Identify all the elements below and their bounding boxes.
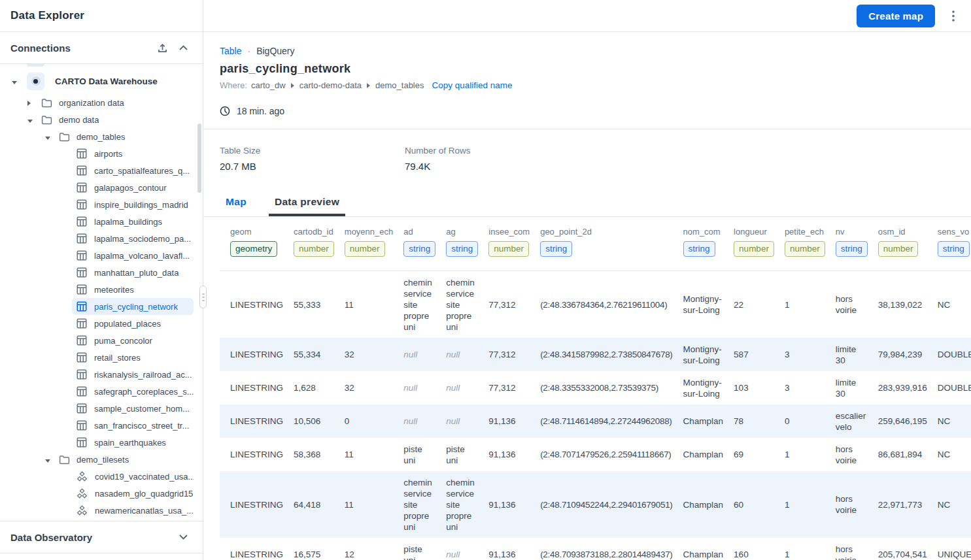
kebab-menu-icon bbox=[952, 10, 955, 22]
table-title: paris_cycling_network bbox=[220, 62, 971, 76]
more-options-button[interactable] bbox=[940, 3, 966, 29]
tab-map[interactable]: Map bbox=[220, 196, 252, 216]
copy-qualified-name-link[interactable]: Copy qualified name bbox=[432, 80, 513, 90]
cell-longueur: 60 bbox=[723, 471, 774, 538]
collapse-connections-button[interactable] bbox=[173, 37, 194, 58]
cell-longueur: 22 bbox=[723, 271, 774, 338]
cell-cartodb_id: 55,333 bbox=[283, 271, 334, 338]
tree-item-carto-spatialfeatures-q[interactable]: carto_spatialfeatures_q... bbox=[72, 162, 194, 179]
table-icon-wrap bbox=[77, 420, 87, 431]
table-icon-wrap bbox=[77, 369, 87, 380]
tree-item-demo-tables[interactable]: demo_tables bbox=[0, 128, 203, 145]
tree-item-label: demo data bbox=[59, 115, 99, 125]
import-data-button[interactable] bbox=[152, 37, 173, 58]
tree-item-CARTO-Data-Warehouse[interactable]: CARTO Data Warehouse bbox=[0, 71, 203, 91]
cell-geo_point_2d: (2:48.336784364,2.76219611004) bbox=[530, 271, 672, 338]
data-preview-table: geomgeometrycartodb_idnumbermoyenn_echnu… bbox=[220, 217, 971, 560]
column-type-chip: number bbox=[488, 241, 529, 257]
column-type-chip: string bbox=[540, 241, 572, 257]
tree-item-lapalma-buildings[interactable]: lapalma_buildings bbox=[72, 213, 194, 230]
tree-item-demo-tilesets[interactable]: demo_tilesets bbox=[0, 451, 203, 468]
tree-item-nasadem-glo-quadgrid15[interactable]: nasadem_glo_quadgrid15 bbox=[72, 485, 194, 502]
table-type-link[interactable]: Table bbox=[220, 46, 241, 56]
column-name: longueur bbox=[734, 226, 774, 237]
tree-item-organization-data[interactable]: organization data bbox=[0, 94, 203, 111]
table-icon-wrap bbox=[77, 199, 87, 210]
tree-item-paris-cycling-network[interactable]: paris_cycling_network bbox=[72, 298, 194, 315]
data-observatory-section[interactable]: Data Observatory bbox=[0, 521, 203, 553]
cell-sens_vo: NC bbox=[927, 404, 971, 438]
tree-item-lapalma-volcano-lavafl[interactable]: lapalma_volcano_lavafl... bbox=[72, 247, 194, 264]
collapse-arrow-icon[interactable] bbox=[45, 137, 50, 140]
column-type-chip: number bbox=[294, 241, 334, 257]
tree-item-meteorites[interactable]: meteorites bbox=[72, 281, 194, 298]
tree-item-puma-concolor[interactable]: puma_concolor bbox=[72, 332, 194, 349]
cell-insee_com: 91,136 bbox=[478, 404, 530, 438]
cell-petite_ech: 1 bbox=[774, 271, 825, 338]
tabs: Map Data preview bbox=[203, 196, 971, 216]
column-name: nom_com bbox=[683, 226, 724, 237]
table-icon bbox=[77, 352, 87, 363]
column-header-cartodb_id: cartodb_idnumber bbox=[283, 217, 334, 271]
tree-item-populated-places[interactable]: populated_places bbox=[72, 315, 194, 332]
tree-item-label: airports bbox=[94, 149, 122, 159]
cell-osm_id: 86,681,894 bbox=[868, 438, 927, 471]
tree-item-label: san_francisco_street_tr... bbox=[94, 421, 189, 431]
tree-item-covid19-vaccinated-usa[interactable]: covid19_vaccinated_usa... bbox=[72, 468, 194, 485]
column-type-chip: number bbox=[345, 241, 385, 257]
cell-osm_id: 259,646,195 bbox=[868, 404, 927, 438]
cell-ad: chemin service site propre uni bbox=[393, 471, 435, 538]
sidebar-resize-handle[interactable] bbox=[199, 286, 207, 308]
tree-item-san-francisco-street-tr[interactable]: san_francisco_street_tr... bbox=[72, 417, 194, 434]
cell-petite_ech: 0 bbox=[774, 404, 825, 438]
column-header-nv: nvstring bbox=[825, 217, 868, 271]
column-name: moyenn_ech bbox=[345, 226, 393, 237]
tree-item-sample-customer-hom[interactable]: sample_customer_hom... bbox=[72, 400, 194, 417]
tree-item-newamericanatlas-usa[interactable]: newamericanatlas_usa_... bbox=[72, 502, 194, 519]
collapse-arrow-icon[interactable] bbox=[27, 120, 33, 123]
table-icon bbox=[77, 250, 87, 261]
collapse-arrow-icon[interactable] bbox=[12, 81, 17, 84]
cell-nom_com: Montigny-sur-Loing bbox=[673, 271, 724, 338]
tree-item-label: lapalma_buildings bbox=[94, 217, 162, 227]
tree-item-spain-earthquakes[interactable]: spain_earthquakes bbox=[72, 434, 194, 451]
column-name: geo_point_2d bbox=[540, 226, 672, 237]
cell-cartodb_id: 64,418 bbox=[283, 471, 334, 538]
tree-item-safegraph-coreplaces-s[interactable]: safegraph_coreplaces_s... bbox=[72, 383, 194, 400]
cell-nv: hors voirie bbox=[825, 471, 868, 538]
cell-ad: null bbox=[393, 338, 435, 371]
cell-ad: null bbox=[393, 404, 435, 438]
sidebar-scrollbar-thumb[interactable] bbox=[197, 124, 201, 193]
type-line: Table · BigQuery bbox=[220, 46, 971, 56]
table-icon bbox=[77, 233, 87, 244]
create-map-button[interactable]: Create map bbox=[857, 5, 935, 27]
tab-data-preview[interactable]: Data preview bbox=[269, 196, 345, 216]
table-icon-wrap bbox=[77, 335, 87, 346]
table-icon bbox=[77, 165, 87, 176]
tree-item-demo-data[interactable]: demo data bbox=[0, 111, 203, 128]
cell-geom: LINESTRING bbox=[220, 538, 283, 560]
tree-item-galapagos-contour[interactable]: galapagos_contour bbox=[72, 179, 194, 196]
tree-item-inspire-buildings-madrid[interactable]: inspire_buildings_madrid bbox=[72, 196, 194, 213]
cell-ad: piste uni bbox=[393, 438, 435, 471]
column-name: ad bbox=[403, 226, 435, 237]
collapse-arrow-icon[interactable] bbox=[45, 459, 50, 463]
tree-item-riskanalysis-railroad-ac[interactable]: riskanalysis_railroad_ac... bbox=[72, 366, 194, 383]
connections-label: Connections bbox=[10, 42, 152, 54]
cell-geom: LINESTRING bbox=[220, 471, 283, 538]
expand-data-observatory-button[interactable] bbox=[173, 527, 194, 548]
table-icon-wrap bbox=[77, 233, 87, 244]
tree-item-label: lapalma_volcano_lavafl... bbox=[94, 251, 190, 261]
expand-arrow-icon[interactable] bbox=[27, 101, 31, 106]
tileset-icon-wrap bbox=[77, 488, 88, 499]
table-icon bbox=[77, 182, 87, 193]
tree-item-retail-stores[interactable]: retail_stores bbox=[72, 349, 194, 366]
tree-item-lapalma-sociodemo-pa[interactable]: lapalma_sociodemo_pa... bbox=[72, 230, 194, 247]
table-row: LINESTRING64,41811chemin service site pr… bbox=[220, 471, 971, 538]
tree-item-manhattan-pluto-data[interactable]: manhattan_pluto_data bbox=[72, 264, 194, 281]
null-value: null bbox=[446, 416, 460, 426]
tree-item-airports[interactable]: airports bbox=[72, 145, 194, 162]
tree-item-label: covid19_vaccinated_usa... bbox=[95, 472, 194, 482]
tree-item-label: riskanalysis_railroad_ac... bbox=[94, 370, 192, 380]
cell-longueur: 160 bbox=[723, 538, 774, 560]
